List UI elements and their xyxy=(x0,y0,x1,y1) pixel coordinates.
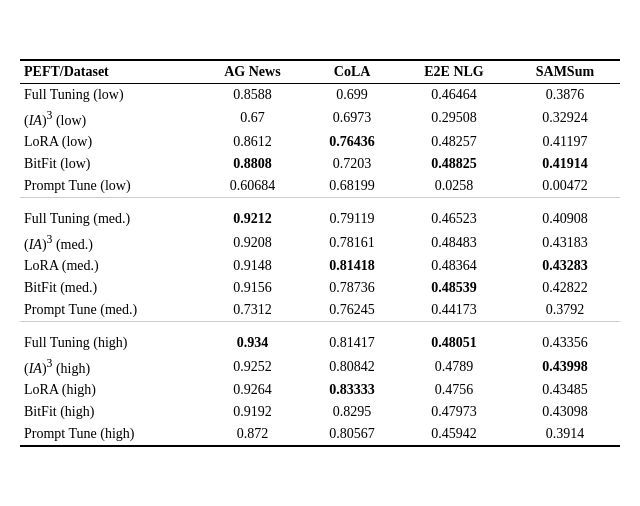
cell-value: 0.48257 xyxy=(398,131,510,153)
cell-value: 0.80567 xyxy=(306,423,398,446)
cell-value: 0.4789 xyxy=(398,354,510,380)
cell-method: Full Tuning (med.) xyxy=(20,208,199,230)
col-header-sam: SAMSum xyxy=(510,60,620,84)
cell-value: 0.9192 xyxy=(199,401,306,423)
cell-value: 0.8295 xyxy=(306,401,398,423)
cell-value: 0.43098 xyxy=(510,401,620,423)
cell-value: 0.43485 xyxy=(510,379,620,401)
cell-value: 0.699 xyxy=(306,83,398,106)
cell-value: 0.3792 xyxy=(510,299,620,322)
cell-value: 0.48825 xyxy=(398,153,510,175)
cell-method: (IA)3 (high) xyxy=(20,354,199,380)
col-header-ag: AG News xyxy=(199,60,306,84)
cell-value: 0.4756 xyxy=(398,379,510,401)
spacer-row xyxy=(20,322,620,332)
cell-value: 0.9264 xyxy=(199,379,306,401)
cell-value: 0.81418 xyxy=(306,255,398,277)
cell-value: 0.8612 xyxy=(199,131,306,153)
cell-value: 0.60684 xyxy=(199,175,306,198)
cell-method: Full Tuning (low) xyxy=(20,83,199,106)
cell-value: 0.872 xyxy=(199,423,306,446)
table-row: Prompt Tune (low)0.606840.681990.02580.0… xyxy=(20,175,620,198)
cell-value: 0.76245 xyxy=(306,299,398,322)
cell-method: Full Tuning (high) xyxy=(20,332,199,354)
results-table: PEFT/Dataset AG News CoLA E2E NLG SAMSum… xyxy=(20,59,620,448)
cell-method: Prompt Tune (high) xyxy=(20,423,199,446)
cell-value: 0.40908 xyxy=(510,208,620,230)
table-body: Full Tuning (low)0.85880.6990.464640.387… xyxy=(20,83,620,446)
cell-value: 0.42822 xyxy=(510,277,620,299)
col-header-cola: CoLA xyxy=(306,60,398,84)
cell-value: 0.83333 xyxy=(306,379,398,401)
cell-value: 0.9252 xyxy=(199,354,306,380)
cell-value: 0.43183 xyxy=(510,230,620,256)
cell-method: LoRA (med.) xyxy=(20,255,199,277)
cell-value: 0.41914 xyxy=(510,153,620,175)
cell-method: LoRA (low) xyxy=(20,131,199,153)
cell-value: 0.80842 xyxy=(306,354,398,380)
cell-method: Prompt Tune (med.) xyxy=(20,299,199,322)
cell-value: 0.00472 xyxy=(510,175,620,198)
table-row: Full Tuning (high)0.9340.814170.480510.4… xyxy=(20,332,620,354)
cell-method: BitFit (high) xyxy=(20,401,199,423)
cell-method: (IA)3 (low) xyxy=(20,106,199,132)
cell-value: 0.7203 xyxy=(306,153,398,175)
cell-value: 0.3914 xyxy=(510,423,620,446)
cell-value: 0.32924 xyxy=(510,106,620,132)
table-row: BitFit (low)0.88080.72030.488250.41914 xyxy=(20,153,620,175)
table-row: Full Tuning (med.)0.92120.791190.465230.… xyxy=(20,208,620,230)
table-row: LoRA (low)0.86120.764360.482570.41197 xyxy=(20,131,620,153)
table-header: PEFT/Dataset AG News CoLA E2E NLG SAMSum xyxy=(20,60,620,84)
cell-value: 0.68199 xyxy=(306,175,398,198)
cell-value: 0.81417 xyxy=(306,332,398,354)
cell-value: 0.3876 xyxy=(510,83,620,106)
cell-value: 0.48051 xyxy=(398,332,510,354)
cell-method: (IA)3 (med.) xyxy=(20,230,199,256)
cell-value: 0.7312 xyxy=(199,299,306,322)
cell-method: LoRA (high) xyxy=(20,379,199,401)
cell-value: 0.48483 xyxy=(398,230,510,256)
cell-method: Prompt Tune (low) xyxy=(20,175,199,198)
cell-value: 0.45942 xyxy=(398,423,510,446)
cell-value: 0.9208 xyxy=(199,230,306,256)
cell-value: 0.47973 xyxy=(398,401,510,423)
table-row: BitFit (high)0.91920.82950.479730.43098 xyxy=(20,401,620,423)
cell-value: 0.46464 xyxy=(398,83,510,106)
cell-value: 0.78161 xyxy=(306,230,398,256)
spacer-row xyxy=(20,198,620,208)
cell-value: 0.76436 xyxy=(306,131,398,153)
cell-value: 0.78736 xyxy=(306,277,398,299)
table-row: LoRA (med.)0.91480.814180.483640.43283 xyxy=(20,255,620,277)
cell-value: 0.43283 xyxy=(510,255,620,277)
cell-value: 0.8588 xyxy=(199,83,306,106)
table-row: Full Tuning (low)0.85880.6990.464640.387… xyxy=(20,83,620,106)
cell-value: 0.48539 xyxy=(398,277,510,299)
table-row: BitFit (med.)0.91560.787360.485390.42822 xyxy=(20,277,620,299)
cell-value: 0.9148 xyxy=(199,255,306,277)
cell-value: 0.8808 xyxy=(199,153,306,175)
cell-method: BitFit (med.) xyxy=(20,277,199,299)
cell-value: 0.29508 xyxy=(398,106,510,132)
table-row: (IA)3 (high)0.92520.808420.47890.43998 xyxy=(20,354,620,380)
table-row: Prompt Tune (high)0.8720.805670.459420.3… xyxy=(20,423,620,446)
col-header-method: PEFT/Dataset xyxy=(20,60,199,84)
table-row: (IA)3 (med.)0.92080.781610.484830.43183 xyxy=(20,230,620,256)
cell-value: 0.67 xyxy=(199,106,306,132)
cell-value: 0.41197 xyxy=(510,131,620,153)
table-row: (IA)3 (low)0.670.69730.295080.32924 xyxy=(20,106,620,132)
cell-value: 0.44173 xyxy=(398,299,510,322)
cell-value: 0.46523 xyxy=(398,208,510,230)
cell-method: BitFit (low) xyxy=(20,153,199,175)
col-header-e2e: E2E NLG xyxy=(398,60,510,84)
table-row: LoRA (high)0.92640.833330.47560.43485 xyxy=(20,379,620,401)
cell-value: 0.934 xyxy=(199,332,306,354)
table-row: Prompt Tune (med.)0.73120.762450.441730.… xyxy=(20,299,620,322)
cell-value: 0.9212 xyxy=(199,208,306,230)
cell-value: 0.9156 xyxy=(199,277,306,299)
cell-value: 0.43998 xyxy=(510,354,620,380)
cell-value: 0.43356 xyxy=(510,332,620,354)
cell-value: 0.48364 xyxy=(398,255,510,277)
cell-value: 0.79119 xyxy=(306,208,398,230)
cell-value: 0.6973 xyxy=(306,106,398,132)
cell-value: 0.0258 xyxy=(398,175,510,198)
